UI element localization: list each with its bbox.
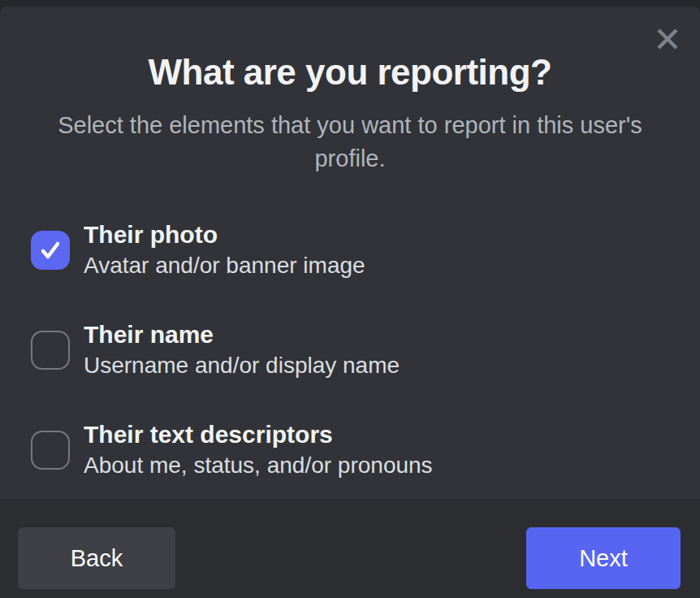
option-description: Username and/or display name	[84, 350, 400, 381]
checkmark-icon	[37, 236, 64, 264]
back-button[interactable]: Back	[18, 527, 175, 589]
report-modal: What are you reporting? Select the eleme…	[0, 6, 700, 598]
close-icon	[653, 24, 682, 54]
option-label: Their photo	[84, 219, 365, 250]
checkbox-their-name[interactable]	[31, 331, 70, 370]
checkbox-their-photo[interactable]	[31, 231, 70, 270]
option-label: Their name	[84, 319, 400, 350]
next-button[interactable]: Next	[526, 527, 681, 589]
option-their-name[interactable]: Their name Username and/or display name	[31, 319, 676, 381]
modal-footer: Back Next	[0, 499, 700, 598]
report-options-list: Their photo Avatar and/or banner image T…	[31, 219, 676, 519]
modal-subtitle: Select the elements that you want to rep…	[45, 109, 655, 176]
option-label: Their text descriptors	[84, 419, 433, 450]
option-their-text-descriptors[interactable]: Their text descriptors About me, status,…	[31, 419, 676, 481]
option-description: Avatar and/or banner image	[84, 250, 365, 281]
checkbox-their-text-descriptors[interactable]	[31, 431, 70, 470]
option-description: About me, status, and/or pronouns	[84, 450, 433, 481]
option-their-photo[interactable]: Their photo Avatar and/or banner image	[31, 219, 676, 281]
modal-title: What are you reporting?	[0, 52, 700, 93]
